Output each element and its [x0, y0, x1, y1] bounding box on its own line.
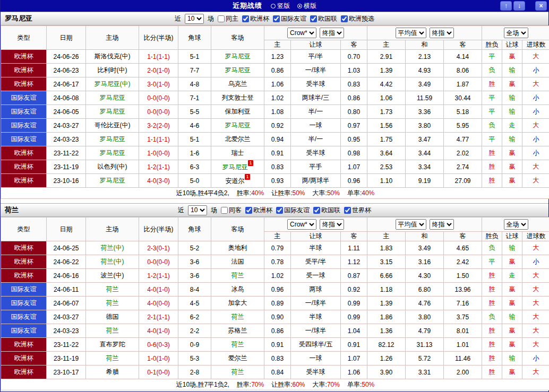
result-goals: 小	[522, 255, 549, 269]
ah-line: 平/半	[291, 50, 341, 64]
competition-checkbox-input[interactable]	[310, 15, 317, 22]
competition-checkbox[interactable]: 国际友谊	[276, 206, 310, 215]
recent-count-select[interactable]: 10	[188, 205, 207, 215]
team-label: 荷兰	[231, 313, 244, 320]
layout-radio-group: 竖版横版	[271, 2, 316, 11]
competition-checkbox[interactable]: 欧洲杯	[245, 206, 272, 215]
layout-radio-horizontal[interactable]: 横版	[297, 2, 316, 11]
down-arrow-icon: ↓	[518, 2, 521, 10]
same-venue-checkbox[interactable]: 同主	[218, 14, 238, 23]
away-team: 乌克兰	[211, 77, 264, 91]
competition-checkbox-input[interactable]	[273, 15, 280, 22]
competition-checkbox[interactable]: 欧洲杯	[242, 14, 269, 23]
ah-away-odds: 1.06	[341, 365, 367, 379]
ah-bookmaker-select[interactable]: Crow*	[287, 219, 316, 230]
result-wdl: 胜	[482, 283, 502, 297]
competition-checkbox-input[interactable]	[341, 15, 348, 22]
home-team: 比利时(中)	[86, 64, 139, 77]
competition-checkbox[interactable]: 欧国联	[313, 206, 340, 215]
same-venue-checkbox-input[interactable]	[221, 207, 228, 214]
corner-score: 3-6	[178, 255, 211, 269]
eu-away-odds: 13.96	[444, 283, 482, 297]
competition-checkbox[interactable]: 欧国联	[310, 14, 337, 23]
eu-average-select[interactable]: 平均值	[396, 28, 426, 38]
eu-average-select[interactable]: 平均值	[396, 219, 426, 230]
result-goals: 大	[522, 50, 549, 64]
eu-draw-odds: 3.80	[406, 119, 444, 133]
recent-results-window: 近期战绩 竖版横版 ↑ ↓ × 罗马尼亚 近10场同主欧洲杯国际友谊欧国联欧洲预…	[0, 0, 549, 392]
ah-stage-select[interactable]: 终指	[320, 219, 344, 230]
same-venue-checkbox-input[interactable]	[218, 15, 225, 22]
recent-count-select[interactable]: 10	[185, 14, 204, 24]
away-team: 罗马尼亚	[211, 50, 264, 64]
eu-home-odds: 3.15	[367, 255, 406, 269]
eu-draw-odds: 3.47	[406, 133, 444, 146]
same-venue-checkbox[interactable]: 同客	[221, 206, 242, 215]
competition-checkbox-input[interactable]	[276, 207, 283, 214]
ah-bookmaker-select[interactable]: Crow*	[287, 28, 316, 38]
home-team: 罗马尼亚	[86, 174, 139, 188]
match-date: 23-11-22	[47, 146, 86, 160]
ah-home-odds: 0.86	[264, 324, 291, 338]
ah-line: 两/两球半	[291, 174, 341, 188]
scroll-up-button[interactable]: ↑	[500, 1, 512, 11]
scroll-down-button[interactable]: ↓	[513, 1, 525, 11]
full-match-select[interactable]: 全场	[504, 219, 528, 230]
close-button[interactable]: ×	[535, 1, 547, 11]
result-goals: 大	[522, 324, 549, 338]
ah-line: 半/一	[291, 105, 341, 119]
stat-value: 50%	[327, 189, 340, 197]
competition-checkbox-input[interactable]	[313, 207, 320, 214]
eu-odds-controls: 平均值终指	[367, 217, 482, 232]
match-date: 24-06-11	[47, 283, 86, 297]
eu-home-odds: 1.26	[367, 352, 406, 365]
competition-type: 国际友谊	[1, 91, 47, 105]
team-label: 希腊	[106, 368, 119, 376]
away-team: 荷兰	[211, 338, 264, 352]
eu-draw-odds: 6.80	[406, 283, 444, 297]
summary-stat: 单率:50%	[347, 381, 374, 388]
result-handicap: 输	[502, 241, 522, 255]
eu-away-odds: 2.00	[444, 365, 482, 379]
competition-checkbox[interactable]: 世界杯	[344, 206, 371, 215]
competition-checkbox[interactable]: 欧洲预选	[341, 14, 374, 23]
result-handicap: 赢	[502, 338, 522, 352]
competition-checkbox-input[interactable]	[245, 207, 252, 214]
result-goals: 小	[522, 91, 549, 105]
eu-home-odds: 1.56	[367, 119, 406, 133]
eu-stage-select[interactable]: 终指	[430, 28, 454, 38]
eu-away-odds: 8.01	[444, 324, 482, 338]
full-match-select[interactable]: 全场	[504, 28, 528, 38]
section-header-bar: 罗马尼亚 近10场同主欧洲杯国际友谊欧国联欧洲预选	[1, 12, 548, 25]
match-score: 0-0(0-0)	[139, 255, 178, 269]
team-label: 加拿大	[228, 299, 247, 307]
competition-checkbox-input[interactable]	[242, 15, 249, 22]
eu-stage-select[interactable]: 终指	[430, 219, 454, 230]
ah-stage-select[interactable]: 终指	[320, 28, 344, 38]
match-row: 国际友谊24-03-23荷兰4-0(1-0)2-2苏格兰0.86一/球半1.04…	[1, 324, 549, 338]
ah-home-odds: 1.23	[264, 50, 291, 64]
result-wdl: 胜	[482, 146, 502, 160]
eu-away-odds: 8.06	[444, 64, 482, 77]
corner-score: 5-2	[178, 241, 211, 255]
ah-away-odds: 1.04	[341, 324, 367, 338]
ah-line: 半球	[291, 310, 341, 324]
match-date: 23-11-19	[47, 160, 86, 174]
competition-checkbox[interactable]: 国际友谊	[273, 14, 306, 23]
result-handicap: 赢	[502, 365, 522, 379]
match-date: 24-06-08	[47, 91, 86, 105]
ah-away-odds: 0.98	[341, 146, 367, 160]
result-goals: 小	[522, 133, 549, 146]
corner-score: 8-4	[178, 283, 211, 297]
competition-checkbox-input[interactable]	[344, 207, 351, 214]
result-handicap: 输	[502, 133, 522, 146]
layout-radio-vertical[interactable]: 竖版	[271, 2, 290, 11]
competition-type: 欧洲杯	[1, 146, 47, 160]
result-scope-controls: 全场	[482, 26, 549, 40]
stat-label: 让胜率:	[271, 189, 292, 197]
team-label: 以色列(中)	[98, 163, 127, 170]
result-wdl: 胜	[482, 338, 502, 352]
eu-draw-odds: 3.36	[406, 105, 444, 119]
match-row: 欧洲杯24-06-17罗马尼亚(中)3-0(1-0)4-8乌克兰1.06受半球0…	[1, 77, 549, 91]
competition-type: 国际友谊	[1, 119, 47, 133]
